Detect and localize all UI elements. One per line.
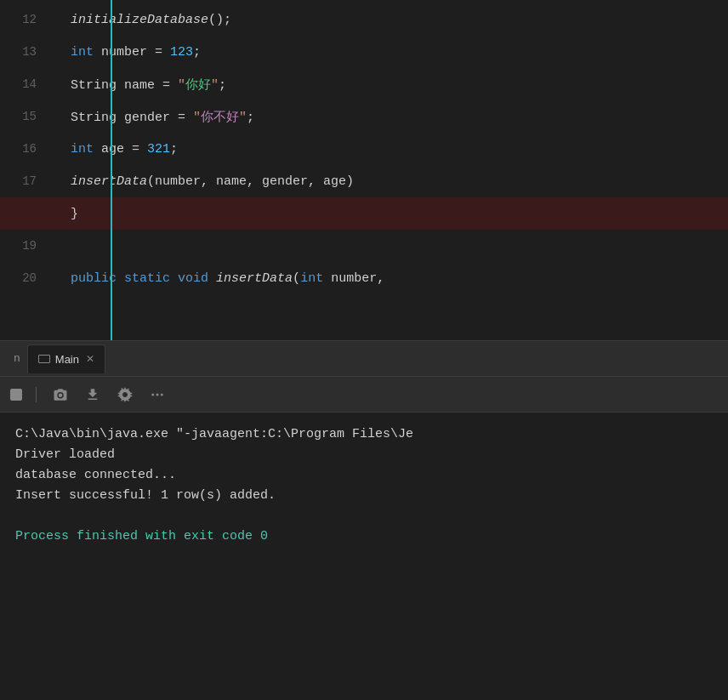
terminal-line: database connected... [15, 465, 713, 486]
terminal-toolbar [0, 377, 728, 413]
code-content: initializeDatabase(); [64, 13, 231, 27]
tab-window-icon [38, 355, 50, 363]
svg-point-0 [151, 393, 154, 396]
tab-prev-label: n [7, 352, 27, 365]
code-content: insertData(number, name, gender, age) [64, 174, 354, 189]
code-line: 14String name = "你好"; [0, 68, 728, 100]
line-number: 17 [0, 174, 47, 188]
line-number: 13 [0, 45, 47, 59]
code-line: 20public static void insertData(int numb… [0, 262, 728, 294]
tab-close-button[interactable]: ✕ [86, 353, 94, 365]
more-button[interactable] [147, 384, 168, 405]
code-line: 12initializeDatabase(); [0, 3, 728, 36]
code-content: } [64, 207, 78, 221]
terminal-output: C:\Java\bin\java.exe "-javaagent:C:\Prog… [0, 413, 728, 700]
code-line: 19 [0, 230, 728, 262]
code-content: String name = "你好"; [64, 77, 226, 93]
line-number: 12 [0, 13, 47, 26]
tab-main[interactable]: Main ✕ [27, 344, 105, 373]
code-line: 16int age = 321; [0, 133, 728, 165]
code-line: 17insertData(number, name, gender, age) [0, 165, 728, 197]
tab-label: Main [55, 353, 79, 366]
settings-button[interactable] [115, 384, 135, 405]
code-content: int age = 321; [64, 142, 178, 157]
code-line: 15String gender = "你不好"; [0, 100, 728, 133]
stop-button[interactable] [10, 389, 22, 401]
code-line: 18} [0, 197, 728, 230]
svg-point-2 [161, 393, 163, 396]
export-button[interactable] [82, 384, 103, 405]
terminal-line: Process finished with exit code 0 [15, 526, 713, 547]
code-lines: 12initializeDatabase(); 13int number = 1… [0, 0, 728, 294]
toolbar-divider [36, 387, 37, 402]
code-editor: 12initializeDatabase(); 13int number = 1… [0, 0, 728, 340]
terminal-line: Insert successful! 1 row(s) added. [15, 486, 713, 506]
line-number: 20 [0, 271, 47, 285]
line-number: 14 [0, 77, 47, 91]
terminal-line: C:\Java\bin\java.exe "-javaagent:C:\Prog… [15, 424, 713, 445]
screenshot-button[interactable] [50, 384, 71, 405]
line-number: 16 [0, 142, 47, 156]
code-content: int number = 123; [64, 45, 201, 60]
line-number: 15 [0, 110, 47, 123]
code-line: 13int number = 123; [0, 36, 728, 68]
teal-indicator [111, 0, 112, 340]
svg-point-1 [156, 393, 159, 396]
line-number: 19 [0, 239, 47, 253]
terminal-line [15, 506, 713, 526]
terminal-line: Driver loaded [15, 445, 713, 465]
code-content: String gender = "你不好"; [64, 109, 254, 125]
tab-bar: n Main ✕ [0, 341, 728, 377]
